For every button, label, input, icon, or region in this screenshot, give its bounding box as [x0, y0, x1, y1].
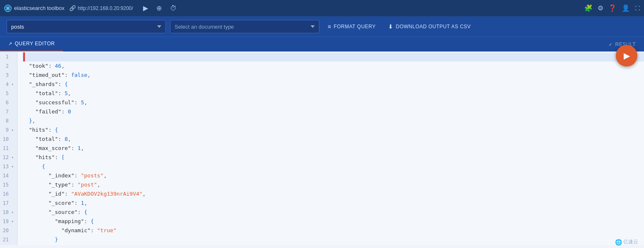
line-num-17: 17: [0, 199, 17, 208]
code-line-10: "total": 8,: [22, 135, 644, 144]
line-num-14: 14: [0, 171, 17, 180]
code-line-8: },: [22, 116, 644, 125]
toolbar: posts Select an document type ≡ FORMAT Q…: [0, 17, 644, 37]
add-icon-btn[interactable]: ⊕: [155, 3, 163, 13]
line-num-text: 6: [6, 98, 9, 107]
format-query-button[interactable]: ≡ FORMAT QUERY: [323, 22, 380, 32]
line-num-19: 19▾: [0, 217, 17, 226]
puzzle-icon[interactable]: 🧩: [584, 4, 593, 12]
code-line-13: {: [22, 162, 644, 171]
line-num-3: 3: [0, 71, 17, 80]
collapse-arrow-18: ▾: [10, 208, 14, 217]
editor-area[interactable]: 1 2 3 4▾ 5 6 7 8 9▾ 10 11 12▾ 13▾ 14 15 …: [0, 52, 644, 248]
url-text: http://192.168.0.20:9200/: [78, 5, 133, 11]
code-line-11: "max_score": 1,: [22, 144, 644, 153]
line-num-8: 8: [0, 116, 17, 125]
download-csv-button[interactable]: ⬇ DOWNLOAD OUTPUT AS CSV: [384, 22, 475, 32]
code-line-5: "total": 5,: [22, 89, 644, 98]
line-num-text: 20: [3, 226, 9, 235]
line1-marker: [23, 52, 25, 61]
code-lines: { "took": 46, "timed_out": false, "_shar…: [17, 52, 644, 245]
line-num-21: 21: [0, 235, 17, 244]
code-line-19: "mapping": {: [22, 217, 644, 226]
line-num-15: 15: [0, 180, 17, 189]
brand-icon: 🌐: [615, 239, 622, 246]
line-num-text: 2: [6, 61, 9, 71]
tab-query-editor[interactable]: ↗ QUERY EDITOR: [0, 37, 63, 52]
code-line-20: "dynamic": "true": [22, 226, 644, 235]
format-query-icon: ≡: [328, 23, 331, 30]
run-button-icon: ▶: [624, 51, 630, 61]
line-num-text: 18: [3, 208, 9, 217]
code-line-9: "hits": {: [22, 125, 644, 135]
run-button[interactable]: ▶: [616, 45, 637, 66]
collapse-arrow-4: ▾: [10, 80, 14, 89]
code-line-4: "_shards": {: [22, 80, 644, 89]
line-num-text: 7: [6, 107, 9, 116]
history-icon-btn[interactable]: ⏱: [168, 4, 178, 13]
line-num-7: 7: [0, 107, 17, 116]
svg-point-1: [7, 7, 9, 10]
code-line-15: "_type": "post",: [22, 180, 644, 189]
doctype-select[interactable]: Select an document type: [170, 20, 319, 33]
app-logo: elasticsearch toolbox: [4, 5, 64, 12]
code-line-14: "_index": "posts",: [22, 171, 644, 180]
run-icon-btn[interactable]: ▶: [141, 3, 150, 13]
top-bar: elasticsearch toolbox 🔗 http://192.168.0…: [0, 0, 644, 17]
line-num-5: 5: [0, 89, 17, 98]
line-num-11: 11: [0, 144, 17, 153]
code-line-3: "timed_out": false,: [22, 71, 644, 80]
settings-icon[interactable]: ⚙: [598, 4, 603, 12]
line-num-text: 17: [3, 199, 9, 208]
line-num-text: 9: [6, 125, 9, 135]
line-num-text: 16: [3, 189, 9, 199]
line-num-text: 5: [6, 89, 9, 98]
code-line-1: {: [22, 52, 644, 61]
line-num-12: 12▾: [0, 153, 17, 162]
app-title: elasticsearch toolbox: [14, 5, 64, 11]
line-num-16: 16: [0, 189, 17, 199]
code-line-21: }: [22, 235, 644, 244]
bottom-brand: 🌐 亿速云: [615, 238, 638, 246]
result-arrow-icon: ↙: [609, 42, 613, 47]
line-num-13: 13▾: [0, 162, 17, 171]
line-num-1: 1: [0, 52, 17, 61]
code-line-2: "took": 46,: [22, 61, 644, 71]
query-editor-arrow-icon: ↗: [8, 41, 12, 47]
line-num-4: 4▾: [0, 80, 17, 89]
expand-icon[interactable]: ⛶: [635, 5, 640, 11]
code-line-16: "_id": "AVaKDOV2kg139nrAi9V4",: [22, 189, 644, 199]
index-select[interactable]: posts: [7, 20, 166, 33]
line-num-20: 20: [0, 226, 17, 235]
line-num-text: 4: [6, 80, 9, 89]
code-line-12: "hits": [: [22, 153, 644, 162]
collapse-arrow-9: ▾: [10, 125, 14, 135]
link-icon: 🔗: [69, 5, 76, 11]
line-num-text: 3: [6, 71, 9, 80]
line-numbers: 1 2 3 4▾ 5 6 7 8 9▾ 10 11 12▾ 13▾ 14 15 …: [0, 52, 17, 245]
brand-text: 亿速云: [623, 238, 638, 246]
code-line-7: "failed": 0: [22, 107, 644, 116]
code-line-6: "successful": 5,: [22, 98, 644, 107]
help-icon[interactable]: ❓: [608, 4, 617, 12]
line-num-text: 15: [3, 180, 9, 189]
collapse-arrow-19: ▾: [10, 217, 14, 226]
line-num-text: 10: [3, 135, 9, 144]
tab-bar: ↗ QUERY EDITOR ↙ RESULT: [0, 37, 644, 52]
line-num-text: 11: [3, 144, 9, 153]
top-bar-actions: ▶ ⊕ ⏱: [141, 3, 178, 13]
code-line-17: "_score": 1,: [22, 199, 644, 208]
line-num-text: 13: [3, 162, 9, 171]
line-num-10: 10: [0, 135, 17, 144]
line-num-18: 18▾: [0, 208, 17, 217]
download-icon: ⬇: [388, 23, 394, 30]
line-num-text: 21: [3, 235, 9, 244]
top-bar-right: 🧩 ⚙ ❓ 👤 ⛶: [584, 4, 640, 12]
line-num-text: 12: [3, 153, 9, 162]
tab-query-editor-label: QUERY EDITOR: [15, 41, 55, 47]
url-bar: 🔗 http://192.168.0.20:9200/: [69, 5, 133, 11]
line-num-text: 14: [3, 171, 9, 180]
collapse-arrow-13: ▾: [10, 162, 14, 171]
user-icon[interactable]: 👤: [622, 4, 630, 12]
code-line-18: "_source": {: [22, 208, 644, 217]
